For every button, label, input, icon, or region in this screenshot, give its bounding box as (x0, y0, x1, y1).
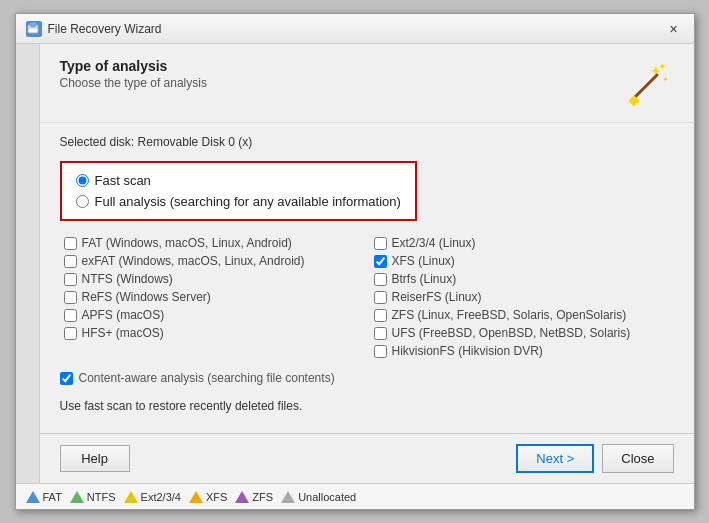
analysis-type-box: Fast scan Full analysis (searching for a… (60, 161, 417, 221)
svg-rect-1 (30, 23, 36, 27)
footer-right: Next > Close (516, 444, 673, 473)
fs-ufs-checkbox[interactable] (374, 327, 387, 340)
file-recovery-wizard-dialog: File Recovery Wizard × Type of analysis … (15, 13, 695, 510)
svg-marker-10 (124, 491, 138, 503)
fs-hfsplus: HFS+ (macOS) (64, 325, 364, 341)
svg-text:✦: ✦ (662, 75, 669, 84)
fs-btrfs-checkbox[interactable] (374, 273, 387, 286)
left-sidebar (16, 44, 40, 483)
fs-fat-checkbox[interactable] (64, 237, 77, 250)
fs-ufs: UFS (FreeBSD, OpenBSD, NetBSD, Solaris) (374, 325, 674, 341)
tag-ext: Ext2/3/4 (124, 491, 181, 503)
fs-hikvision-label: HikvisionFS (Hikvision DVR) (392, 344, 543, 358)
fs-zfs-label: ZFS (Linux, FreeBSD, Solaris, OpenSolari… (392, 308, 627, 322)
fs-xfs-checkbox[interactable] (374, 255, 387, 268)
tag-fat-label: FAT (43, 491, 62, 503)
header-section: Type of analysis Choose the type of anal… (40, 44, 694, 123)
full-analysis-option[interactable]: Full analysis (searching for any availab… (76, 194, 401, 209)
fs-xfs-label: XFS (Linux) (392, 254, 455, 268)
section-subtitle: Choose the type of analysis (60, 76, 207, 90)
fs-apfs-checkbox[interactable] (64, 309, 77, 322)
tag-ntfs: NTFS (70, 491, 116, 503)
fs-apfs: APFS (macOS) (64, 307, 364, 323)
content-aware-section: Content-aware analysis (searching file c… (60, 371, 674, 385)
fs-fat-label: FAT (Windows, macOS, Linux, Android) (82, 236, 292, 250)
full-analysis-label[interactable]: Full analysis (searching for any availab… (95, 194, 401, 209)
fs-exfat-label: exFAT (Windows, macOS, Linux, Android) (82, 254, 305, 268)
filesystem-grid: FAT (Windows, macOS, Linux, Android) Ext… (60, 235, 674, 359)
fs-ext234-label: Ext2/3/4 (Linux) (392, 236, 476, 250)
tag-zfs-label: ZFS (252, 491, 273, 503)
fast-scan-radio[interactable] (76, 174, 89, 187)
fs-fat: FAT (Windows, macOS, Linux, Android) (64, 235, 364, 251)
close-button[interactable]: Close (602, 444, 673, 473)
tag-unallocated: Unallocated (281, 491, 356, 503)
app-icon (26, 21, 42, 37)
tag-fat: FAT (26, 491, 62, 503)
svg-marker-9 (70, 491, 84, 503)
next-button[interactable]: Next > (516, 444, 594, 473)
fs-reiserfs: ReiserFS (Linux) (374, 289, 674, 305)
header-text: Type of analysis Choose the type of anal… (60, 58, 207, 90)
fs-hikvision-checkbox[interactable] (374, 345, 387, 358)
fs-refs-checkbox[interactable] (64, 291, 77, 304)
title-bar: File Recovery Wizard × (16, 14, 694, 44)
bottom-bar: FAT NTFS Ext2/3/4 XFS ZFS Unallocated (16, 483, 694, 509)
fs-ext234-checkbox[interactable] (374, 237, 387, 250)
tag-xfs: XFS (189, 491, 227, 503)
content-aware-checkbox[interactable] (60, 372, 73, 385)
fs-ufs-label: UFS (FreeBSD, OpenBSD, NetBSD, Solaris) (392, 326, 631, 340)
title-bar-left: File Recovery Wizard (26, 21, 162, 37)
fs-empty (64, 343, 364, 359)
fs-zfs: ZFS (Linux, FreeBSD, Solaris, OpenSolari… (374, 307, 674, 323)
svg-marker-11 (189, 491, 203, 503)
tag-xfs-label: XFS (206, 491, 227, 503)
hint-text: Use fast scan to restore recently delete… (60, 399, 674, 413)
svg-marker-12 (235, 491, 249, 503)
fs-reiserfs-checkbox[interactable] (374, 291, 387, 304)
svg-text:✦: ✦ (658, 61, 666, 72)
fs-refs: ReFS (Windows Server) (64, 289, 364, 305)
svg-rect-7 (628, 95, 639, 106)
section-title: Type of analysis (60, 58, 207, 74)
fs-hfsplus-label: HFS+ (macOS) (82, 326, 164, 340)
fs-zfs-checkbox[interactable] (374, 309, 387, 322)
full-analysis-radio[interactable] (76, 195, 89, 208)
fs-exfat-checkbox[interactable] (64, 255, 77, 268)
fs-btrfs-label: Btrfs (Linux) (392, 272, 457, 286)
selected-disk-label: Selected disk: Removable Disk 0 (x) (60, 135, 674, 149)
svg-marker-8 (26, 491, 40, 503)
fs-ext234: Ext2/3/4 (Linux) (374, 235, 674, 251)
fs-hikvision: HikvisionFS (Hikvision DVR) (374, 343, 674, 359)
fs-ntfs-checkbox[interactable] (64, 273, 77, 286)
fs-hfsplus-checkbox[interactable] (64, 327, 77, 340)
main-area: Type of analysis Choose the type of anal… (40, 44, 694, 483)
footer: Help Next > Close (40, 433, 694, 483)
fs-reiserfs-label: ReiserFS (Linux) (392, 290, 482, 304)
dialog-content: Type of analysis Choose the type of anal… (16, 44, 694, 483)
dialog-title: File Recovery Wizard (48, 22, 162, 36)
close-icon[interactable]: × (664, 19, 684, 39)
tag-unallocated-label: Unallocated (298, 491, 356, 503)
body-section: Selected disk: Removable Disk 0 (x) Fast… (40, 123, 694, 433)
tag-ext-label: Ext2/3/4 (141, 491, 181, 503)
content-aware-label: Content-aware analysis (searching file c… (79, 371, 335, 385)
svg-line-6 (632, 75, 657, 100)
wizard-icon: ✦ ✦ ✦ (620, 58, 674, 112)
svg-marker-13 (281, 491, 295, 503)
fs-refs-label: ReFS (Windows Server) (82, 290, 211, 304)
fs-xfs: XFS (Linux) (374, 253, 674, 269)
fast-scan-option[interactable]: Fast scan (76, 173, 401, 188)
fs-ntfs: NTFS (Windows) (64, 271, 364, 287)
fast-scan-label[interactable]: Fast scan (95, 173, 151, 188)
tag-zfs: ZFS (235, 491, 273, 503)
help-button[interactable]: Help (60, 445, 130, 472)
fs-apfs-label: APFS (macOS) (82, 308, 165, 322)
fs-exfat: exFAT (Windows, macOS, Linux, Android) (64, 253, 364, 269)
fs-btrfs: Btrfs (Linux) (374, 271, 674, 287)
tag-ntfs-label: NTFS (87, 491, 116, 503)
fs-ntfs-label: NTFS (Windows) (82, 272, 173, 286)
